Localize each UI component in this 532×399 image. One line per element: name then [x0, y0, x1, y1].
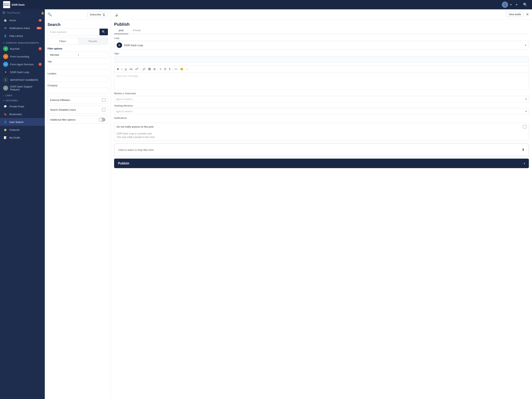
search-title: Search: [45, 20, 111, 28]
my-drafts-icon: 📝: [3, 135, 7, 140]
find-rooms-input[interactable]: [7, 11, 39, 14]
sidebar-channel-buysell[interactable]: B Buy/Sell 2: [0, 45, 45, 53]
toolbar-emoji[interactable]: 😊: [179, 67, 184, 71]
toolbar-code[interactable]: <>: [173, 67, 178, 71]
toolbar-link[interactable]: 🔗: [141, 67, 147, 71]
tab-private[interactable]: Private: [128, 27, 146, 34]
notify-note: DSIR Dash Loop is a private room This ma…: [114, 130, 529, 141]
sidebar-item-user-search[interactable]: 👤 User Search: [0, 118, 45, 126]
tab-post[interactable]: post: [114, 27, 128, 34]
mention-label: Mention a Teammate: [114, 92, 529, 95]
member-dropdown[interactable]: Member ▾: [48, 52, 108, 58]
notifications-box: Do not notify anyone on this post DSIR D…: [114, 123, 529, 141]
brand-logo-image: Diel­mann Sotheby's: [3, 1, 10, 8]
content-area: 🔍 Subscribe 📡 Search 🔍 Filters Results F…: [45, 9, 532, 399]
sidebar-item-notifications[interactable]: ✉ Notifications Inbox 99+: [0, 24, 45, 32]
sidebar-channel-dsirloop[interactable]: D DSIR Dash Loop: [0, 68, 45, 76]
user-search-icon: 👤: [3, 120, 7, 124]
user-avatar[interactable]: 👤: [502, 1, 508, 8]
sidebar-item-my-drafts[interactable]: 📝 My Drafts: [0, 134, 45, 142]
toolbar-image[interactable]: 🖼: [147, 67, 152, 71]
toolbar-ol[interactable]: ≡: [158, 67, 162, 71]
search-go-button[interactable]: 🔍: [100, 29, 108, 35]
toolbar-underline[interactable]: U: [124, 67, 128, 71]
additional-filter-toggle[interactable]: [99, 118, 106, 122]
hashtag-select[interactable]: ▾: [114, 108, 529, 114]
toolbar-plus[interactable]: ⊞: [152, 67, 157, 71]
subscribe-label: Subscribe: [90, 13, 101, 16]
title-field-input[interactable]: [114, 56, 529, 63]
external-affiliation-checkbox[interactable]: [102, 98, 106, 102]
sidebar-item-private-posts[interactable]: 💬 Private Posts: [0, 103, 45, 110]
file-upload-label: Click to select or drop files here: [118, 148, 154, 151]
mention-input[interactable]: [116, 98, 525, 101]
toolbar-more[interactable]: ⋯: [185, 67, 190, 71]
plus-button[interactable]: +: [514, 2, 519, 8]
sidebar-channel-support[interactable]: S DSIR Dash Support Request: [0, 84, 45, 92]
publish-close-button[interactable]: ✕: [526, 12, 529, 17]
company-chevron-icon: ▾: [3, 42, 4, 44]
publish-panel: 🍃 View drafts ✕ Publish post Private Loo…: [111, 9, 532, 399]
publish-arrow-icon: ›: [524, 161, 525, 165]
hamburger-icon[interactable]: ☰: [2, 11, 5, 15]
toolbar-font-size[interactable]: AA: [134, 66, 140, 71]
company-announcements-header[interactable]: ▾ COMPANY ANNOUNCEMENTS: [0, 40, 45, 45]
agent-avatar: AS: [3, 62, 8, 67]
toolbar-separator-2: [158, 67, 158, 71]
sidebar-item-featured[interactable]: ⭐ Featured: [0, 126, 45, 134]
links-header[interactable]: › LINKS: [0, 92, 45, 97]
editor-body[interactable]: type your message...: [114, 72, 529, 90]
agent-label: From Agent Services: [10, 63, 34, 66]
location-filter-input[interactable]: [48, 76, 108, 82]
loop-section: Loop D DSIR Dash Loop ▾: [111, 34, 532, 50]
toolbar-paragraph[interactable]: ¶: [168, 67, 171, 71]
search-disabled-row: Search Disabled Users: [48, 106, 108, 114]
upload-icon: ⬆: [522, 148, 525, 152]
hashtag-input[interactable]: [116, 110, 525, 113]
search-input-row: 🔍: [48, 28, 108, 35]
do-not-notify-checkbox[interactable]: [523, 125, 526, 129]
loop-chevron-icon: ▾: [525, 44, 526, 47]
toolbar-heading[interactable]: Aa: [128, 67, 134, 71]
sidebar-item-help-label: Help Library: [9, 34, 23, 37]
toolbar-ul[interactable]: ☰: [163, 67, 167, 71]
company-filter-label: Company: [48, 84, 108, 87]
hashtag-label: Hashtag Mentions: [114, 104, 529, 107]
user-search-label: User Search: [9, 121, 23, 123]
tab-results[interactable]: Results: [78, 38, 108, 45]
search-panel-icon-button[interactable]: 🔍: [48, 12, 52, 17]
search-disabled-checkbox[interactable]: [102, 108, 106, 111]
loop-avatar: D: [117, 42, 122, 48]
sidebar-channel-accounting[interactable]: A From Accounting: [0, 53, 45, 60]
features-header[interactable]: ▾ FEATURES: [0, 97, 45, 103]
hashtag-chevron-icon: ▾: [525, 110, 527, 113]
toolbar-bold[interactable]: B: [116, 67, 120, 71]
view-drafts-button[interactable]: View drafts: [506, 12, 524, 17]
rss-icon: 📡: [102, 13, 106, 16]
additional-filter-label: Additional filter options: [50, 118, 99, 121]
title-filter-input[interactable]: [48, 64, 108, 70]
sidebar-item-bookmarks[interactable]: 🔖 Bookmarks: [0, 110, 45, 118]
toolbar-italic[interactable]: i: [120, 67, 123, 71]
find-rooms-bar[interactable]: ☰ 🔒: [0, 9, 45, 16]
mention-select[interactable]: ▾: [114, 96, 529, 102]
file-upload-area[interactable]: Click to select or drop files here ⬆: [114, 143, 529, 156]
sidebar-channel-important[interactable]: I IMPORTANT NUMBERS: [0, 76, 45, 84]
loop-label: Loop: [114, 37, 529, 39]
subscribe-button[interactable]: Subscribe 📡: [87, 12, 108, 17]
sidebar-channel-agent[interactable]: AS From Agent Services 1: [0, 60, 45, 68]
sidebar-item-help[interactable]: 👤 Help Library: [0, 32, 45, 40]
sidebar-item-home[interactable]: 🏠 Home 3: [0, 16, 45, 24]
search-nav-button[interactable]: 🔍: [521, 2, 529, 8]
tab-filters[interactable]: Filters: [48, 38, 78, 45]
publish-footer-button[interactable]: Publish ›: [114, 159, 529, 168]
search-keyword-input[interactable]: [48, 29, 100, 35]
home-badge: 3: [38, 19, 42, 22]
sidebar: ☰ 🔒 🏠 Home 3 ✉ Notifications Inbox 99+ 👤…: [0, 9, 45, 399]
search-panel-header: 🔍 Subscribe 📡: [45, 9, 111, 20]
avatar-chevron[interactable]: ▾: [510, 3, 512, 6]
hashtag-section: Hashtag Mentions ▾: [111, 102, 532, 114]
company-filter-input[interactable]: [48, 88, 108, 94]
dsirloop-label: DSIR Dash Loop: [10, 71, 29, 74]
loop-selector[interactable]: D DSIR Dash Loop ▾: [114, 41, 529, 50]
